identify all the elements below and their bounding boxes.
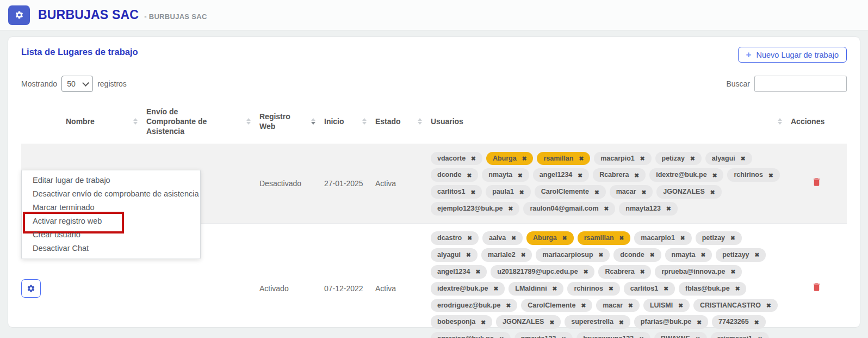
column-header-env-o-de-comprobante-de-asistencia[interactable]: Envío de Comprobante de Asistencia <box>142 100 255 144</box>
menu-item[interactable]: Desactivar envío de comprobante de asist… <box>22 187 200 201</box>
user-chip-label: JGONZALES <box>503 317 544 327</box>
page-size-select[interactable]: 50 <box>61 76 93 92</box>
remove-user-icon[interactable]: ✖ <box>581 303 586 309</box>
user-chip-label: carlitos1 <box>437 187 465 196</box>
remove-user-icon[interactable]: ✖ <box>712 173 717 179</box>
menu-item[interactable]: Desactivar Chat <box>22 242 200 255</box>
remove-user-icon[interactable]: ✖ <box>754 319 759 325</box>
menu-item[interactable]: Activar registro web <box>22 214 200 228</box>
remove-user-icon[interactable]: ✖ <box>700 252 705 258</box>
remove-user-icon[interactable]: ✖ <box>664 286 668 292</box>
user-chip-label: Rcabrera <box>605 267 634 276</box>
remove-user-icon[interactable]: ✖ <box>640 269 645 275</box>
remove-user-icon[interactable]: ✖ <box>549 319 554 325</box>
remove-user-icon[interactable]: ✖ <box>493 286 498 292</box>
length-label-prefix: Mostrando <box>21 79 57 88</box>
delete-workplace-button[interactable] <box>811 281 822 294</box>
remove-user-icon[interactable]: ✖ <box>690 156 695 162</box>
remove-user-icon[interactable]: ✖ <box>578 173 582 179</box>
sort-icon <box>362 118 367 125</box>
remove-user-icon[interactable]: ✖ <box>609 286 613 292</box>
user-chip-label: macar <box>616 187 636 196</box>
trash-icon <box>811 176 822 188</box>
search-input[interactable] <box>754 76 847 92</box>
remove-user-icon[interactable]: ✖ <box>521 252 526 258</box>
column-header-inicio[interactable]: Inicio <box>320 100 371 144</box>
remove-user-icon[interactable]: ✖ <box>584 269 588 275</box>
column-header-registro-web[interactable]: Registro Web <box>255 100 320 144</box>
remove-user-icon[interactable]: ✖ <box>650 252 655 258</box>
remove-user-icon[interactable]: ✖ <box>553 286 557 292</box>
row-actions-gear-button[interactable] <box>21 279 41 298</box>
user-chip: nmayta✖ <box>665 248 712 262</box>
sort-icon <box>133 118 138 125</box>
remove-user-icon[interactable]: ✖ <box>594 189 599 195</box>
remove-user-icon[interactable]: ✖ <box>467 235 472 241</box>
remove-user-icon[interactable]: ✖ <box>519 189 524 195</box>
remove-user-icon[interactable]: ✖ <box>599 252 604 258</box>
remove-user-icon[interactable]: ✖ <box>467 173 472 179</box>
column-label: Inicio <box>324 116 344 126</box>
remove-user-icon[interactable]: ✖ <box>619 319 624 325</box>
remove-user-icon[interactable]: ✖ <box>499 336 504 338</box>
cell-inicio: 27-01-2025 <box>320 144 371 224</box>
remove-user-icon[interactable]: ✖ <box>697 319 702 325</box>
remove-user-icon[interactable]: ✖ <box>518 173 523 179</box>
app-title: BURBUJAS SAC <box>38 8 139 22</box>
remove-user-icon[interactable]: ✖ <box>639 336 644 338</box>
menu-item[interactable]: Marcar terminado <box>22 201 200 214</box>
remove-user-icon[interactable]: ✖ <box>755 252 760 258</box>
search-label: Buscar <box>726 79 750 88</box>
remove-user-icon[interactable]: ✖ <box>509 206 513 212</box>
user-chip: carlitos1✖ <box>431 185 482 199</box>
remove-user-icon[interactable]: ✖ <box>741 156 746 162</box>
user-chip: macar✖ <box>596 299 640 312</box>
remove-user-icon[interactable]: ✖ <box>511 235 516 241</box>
menu-item[interactable]: Editar lugar de trabajo <box>22 174 200 187</box>
remove-user-icon[interactable]: ✖ <box>666 206 671 212</box>
remove-user-icon[interactable]: ✖ <box>680 235 685 241</box>
user-chip: crismessi1✖ <box>711 332 769 338</box>
remove-user-icon[interactable]: ✖ <box>678 303 683 309</box>
column-header-estado[interactable]: Estado <box>371 100 426 144</box>
remove-user-icon[interactable]: ✖ <box>710 189 715 195</box>
cell-estado: Activa <box>371 224 426 338</box>
page-size-select-wrap: 50 <box>61 76 93 92</box>
remove-user-icon[interactable]: ✖ <box>466 252 471 258</box>
menu-item[interactable]: Crear usuario <box>22 228 200 242</box>
sort-icon <box>246 118 251 125</box>
column-header-nombre[interactable]: Nombre <box>61 100 142 144</box>
remove-user-icon[interactable]: ✖ <box>768 173 773 179</box>
remove-user-icon[interactable]: ✖ <box>640 156 645 162</box>
app-gear-button[interactable] <box>8 5 30 25</box>
new-workplace-button[interactable]: + Nuevo Lugar de trabajo <box>738 47 847 63</box>
remove-user-icon[interactable]: ✖ <box>730 235 735 241</box>
remove-user-icon[interactable]: ✖ <box>642 189 647 195</box>
remove-user-icon[interactable]: ✖ <box>766 303 771 309</box>
remove-user-icon[interactable]: ✖ <box>470 189 475 195</box>
remove-user-icon[interactable]: ✖ <box>696 336 700 338</box>
user-chip: erodriguez@buk.pe✖ <box>431 299 517 312</box>
user-chip-label: mariale2 <box>488 250 516 260</box>
remove-user-icon[interactable]: ✖ <box>561 336 566 338</box>
remove-user-icon[interactable]: ✖ <box>604 206 609 212</box>
remove-user-icon[interactable]: ✖ <box>731 269 736 275</box>
remove-user-icon[interactable]: ✖ <box>475 269 480 275</box>
remove-user-icon[interactable]: ✖ <box>471 156 476 162</box>
remove-user-icon[interactable]: ✖ <box>735 286 740 292</box>
user-chip: 77423265✖ <box>712 315 765 329</box>
remove-user-icon[interactable]: ✖ <box>562 235 567 241</box>
remove-user-icon[interactable]: ✖ <box>506 303 511 309</box>
remove-user-icon[interactable]: ✖ <box>579 156 584 162</box>
delete-workplace-button[interactable] <box>811 176 822 189</box>
remove-user-icon[interactable]: ✖ <box>481 319 486 325</box>
column-header-usuarios[interactable]: Usuarios <box>426 100 786 144</box>
remove-user-icon[interactable]: ✖ <box>758 336 762 338</box>
column-label: Usuarios <box>431 116 463 126</box>
remove-user-icon[interactable]: ✖ <box>628 303 633 309</box>
remove-user-icon[interactable]: ✖ <box>619 235 624 241</box>
user-chip: BWAYNE✖ <box>654 332 707 338</box>
table-header-row: NombreEnvío de Comprobante de Asistencia… <box>21 100 847 144</box>
remove-user-icon[interactable]: ✖ <box>634 173 639 179</box>
remove-user-icon[interactable]: ✖ <box>522 156 527 162</box>
